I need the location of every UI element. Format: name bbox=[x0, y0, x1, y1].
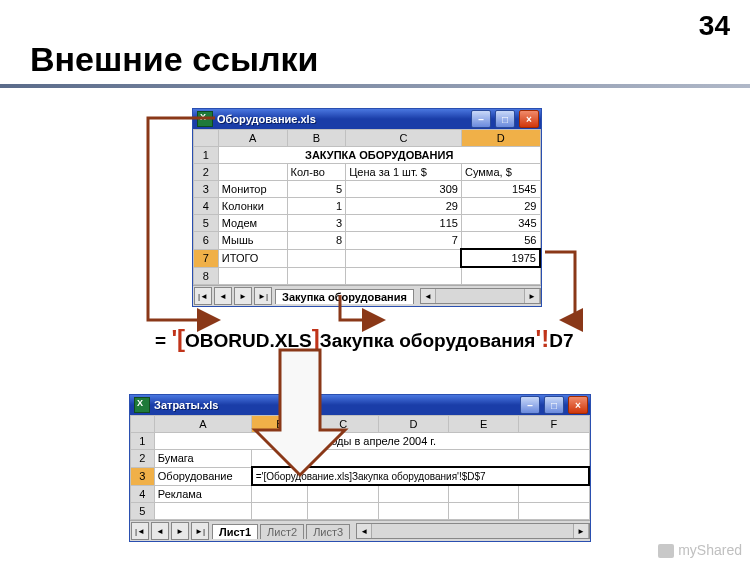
sheet-tab-1[interactable]: Лист1 bbox=[212, 524, 258, 539]
col-B[interactable]: B bbox=[287, 130, 346, 147]
window-caption: Оборудование.xls bbox=[217, 113, 316, 125]
formula-exclam: '! bbox=[535, 325, 549, 352]
formula-close-bracket: ] bbox=[312, 325, 320, 352]
header-row[interactable]: ЗАКУПКА ОБОРУДОВАНИЯ bbox=[218, 147, 540, 164]
watermark-icon bbox=[658, 544, 674, 558]
close-button[interactable]: × bbox=[519, 110, 539, 128]
col-E[interactable]: E bbox=[449, 416, 519, 433]
row-3[interactable]: 3 bbox=[194, 181, 219, 198]
select-all-corner[interactable] bbox=[131, 416, 155, 433]
row-8[interactable]: 8 bbox=[194, 267, 219, 285]
col-B[interactable]: B bbox=[252, 416, 308, 433]
row-5[interactable]: 5 bbox=[131, 503, 155, 520]
select-all-corner[interactable] bbox=[194, 130, 219, 147]
tab-prev-icon[interactable]: ◄ bbox=[151, 522, 169, 540]
formula-file: OBORUD.XLS bbox=[185, 330, 312, 351]
row-2[interactable]: 2 bbox=[194, 164, 219, 181]
row-2[interactable]: 2 bbox=[131, 450, 155, 468]
row-6[interactable]: 6 bbox=[194, 232, 219, 250]
window-zatraty: Затраты.xls – □ × A B C D E F 1Расходы в… bbox=[129, 394, 591, 542]
window-oborud: Оборудование.xls – □ × A B C D 1ЗАКУПКА … bbox=[192, 108, 542, 307]
watermark: myShared bbox=[658, 542, 742, 558]
grid-zatraty[interactable]: A B C D E F 1Расходы в апреле 2004 г. 2Б… bbox=[130, 415, 590, 520]
cell-D7[interactable]: 1975 bbox=[461, 249, 540, 267]
titlebar-oborud[interactable]: Оборудование.xls – □ × bbox=[193, 109, 541, 129]
hscroll[interactable]: ◄► bbox=[420, 288, 541, 304]
formula-eq: = bbox=[155, 330, 171, 351]
excel-icon bbox=[134, 397, 150, 413]
maximize-button[interactable]: □ bbox=[544, 396, 564, 414]
page-number: 34 bbox=[699, 10, 730, 42]
sheet-zatraty: A B C D E F 1Расходы в апреле 2004 г. 2Б… bbox=[130, 415, 590, 541]
excel-icon bbox=[197, 111, 213, 127]
close-button[interactable]: × bbox=[568, 396, 588, 414]
col-A[interactable]: A bbox=[154, 416, 251, 433]
col-A[interactable]: A bbox=[218, 130, 287, 147]
tabstrip-1: |◄ ◄ ► ►| Закупка оборудования ◄► bbox=[193, 285, 541, 306]
col-D[interactable]: D bbox=[378, 416, 448, 433]
tabstrip-2: |◄ ◄ ► ►| Лист1 Лист2 Лист3 ◄► bbox=[130, 520, 590, 541]
sheet-tab-3[interactable]: Лист3 bbox=[306, 524, 350, 539]
formula-open-bracket: '[ bbox=[171, 325, 185, 352]
col-C[interactable]: C bbox=[308, 416, 378, 433]
col-F[interactable]: F bbox=[519, 416, 589, 433]
row-1[interactable]: 1 bbox=[194, 147, 219, 164]
col-C[interactable]: C bbox=[346, 130, 462, 147]
formula-cell: D7 bbox=[549, 330, 573, 351]
formula-display: = '[OBORUD.XLS]Закупка оборудования'!D7 bbox=[155, 325, 573, 353]
sheet-oborud: A B C D 1ЗАКУПКА ОБОРУДОВАНИЯ 2Кол-воЦен… bbox=[193, 129, 541, 306]
row-4[interactable]: 4 bbox=[194, 198, 219, 215]
tab-nav-buttons: |◄ ◄ ► ►| bbox=[193, 286, 273, 306]
row-1[interactable]: 1 bbox=[131, 433, 155, 450]
tab-last-icon[interactable]: ►| bbox=[191, 522, 209, 540]
maximize-button[interactable]: □ bbox=[495, 110, 515, 128]
titlebar-zatraty[interactable]: Затраты.xls – □ × bbox=[130, 395, 590, 415]
tab-nav-buttons: |◄ ◄ ► ►| bbox=[130, 521, 210, 541]
tab-last-icon[interactable]: ►| bbox=[254, 287, 272, 305]
tab-next-icon[interactable]: ► bbox=[171, 522, 189, 540]
formula-sheet: Закупка оборудования bbox=[320, 330, 536, 351]
row-4[interactable]: 4 bbox=[131, 485, 155, 503]
tab-first-icon[interactable]: |◄ bbox=[131, 522, 149, 540]
row-5[interactable]: 5 bbox=[194, 215, 219, 232]
tab-next-icon[interactable]: ► bbox=[234, 287, 252, 305]
row-3[interactable]: 3 bbox=[131, 467, 155, 485]
header-row[interactable]: Расходы в апреле 2004 г. bbox=[154, 433, 589, 450]
tab-prev-icon[interactable]: ◄ bbox=[214, 287, 232, 305]
sheet-tab-2[interactable]: Лист2 bbox=[260, 524, 304, 539]
tab-first-icon[interactable]: |◄ bbox=[194, 287, 212, 305]
col-D[interactable]: D bbox=[461, 130, 540, 147]
sheet-tab[interactable]: Закупка оборудования bbox=[275, 289, 414, 304]
title-underline bbox=[0, 84, 750, 88]
window-caption: Затраты.xls bbox=[154, 399, 218, 411]
grid-oborud[interactable]: A B C D 1ЗАКУПКА ОБОРУДОВАНИЯ 2Кол-воЦен… bbox=[193, 129, 541, 285]
cell-B3[interactable]: ='[Оборудование.xls]Закупка оборудования… bbox=[252, 467, 589, 485]
row-7[interactable]: 7 bbox=[194, 249, 219, 267]
window-buttons: – □ × bbox=[518, 394, 590, 416]
hscroll[interactable]: ◄► bbox=[356, 523, 590, 539]
page-title: Внешние ссылки bbox=[30, 40, 319, 79]
window-buttons: – □ × bbox=[469, 108, 541, 130]
minimize-button[interactable]: – bbox=[471, 110, 491, 128]
minimize-button[interactable]: – bbox=[520, 396, 540, 414]
